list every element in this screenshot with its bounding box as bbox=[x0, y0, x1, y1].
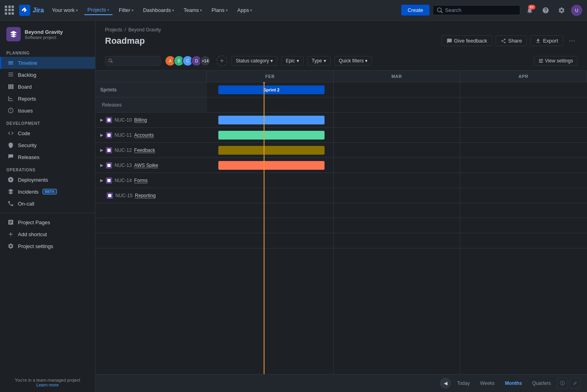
months-button[interactable]: Months bbox=[501, 378, 527, 388]
filter-menu[interactable]: Filter▾ bbox=[116, 6, 137, 15]
search-icon bbox=[437, 8, 443, 13]
empty-bar-row-3 bbox=[207, 233, 587, 248]
search-input[interactable] bbox=[115, 58, 157, 64]
issue-name-nuc10[interactable]: Billing bbox=[134, 117, 147, 123]
expand-nuc12[interactable]: ▶ bbox=[100, 148, 103, 152]
feedback-icon bbox=[447, 38, 452, 44]
app-switcher-icon[interactable] bbox=[5, 6, 14, 15]
task-bar-nuc13[interactable] bbox=[218, 161, 325, 170]
share-button[interactable]: Share bbox=[496, 35, 527, 46]
sidebar-item-label: Code bbox=[18, 130, 30, 136]
toolbar: A B C D +14 + Status category ▾ Epic ▾ T… bbox=[95, 51, 587, 71]
scroll-left-button[interactable]: ◀ bbox=[440, 378, 451, 389]
roadmap-search[interactable] bbox=[105, 56, 161, 66]
export-button[interactable]: Export bbox=[530, 35, 563, 46]
issue-name-nuc11[interactable]: Accounts bbox=[134, 132, 154, 138]
sidebar-item-security[interactable]: Security bbox=[0, 139, 95, 151]
expand-nuc11[interactable]: ▶ bbox=[100, 133, 103, 137]
issue-id-nuc14: NUC-14 bbox=[115, 178, 132, 183]
weeks-button[interactable]: Weeks bbox=[476, 378, 499, 388]
notifications-button[interactable]: 9+ bbox=[523, 4, 536, 17]
releases-label-cell: Releases bbox=[95, 97, 207, 113]
project-type: Software project bbox=[25, 35, 63, 40]
month-feb: FEB bbox=[207, 71, 334, 82]
sidebar-item-reports[interactable]: Reports bbox=[0, 93, 95, 105]
sprint-2-bar[interactable]: Sprint 2 bbox=[218, 85, 325, 94]
sidebar-item-timeline[interactable]: Timeline bbox=[0, 57, 95, 69]
planning-section-label: PLANNING bbox=[0, 46, 95, 57]
quick-filters[interactable]: Quick filters ▾ bbox=[334, 56, 372, 66]
info-button[interactable]: ⓘ bbox=[557, 378, 568, 389]
page-title-row: Roadmap Give feedback Share Export bbox=[105, 35, 577, 47]
breadcrumb-projects[interactable]: Projects bbox=[105, 27, 122, 33]
create-button[interactable]: Create bbox=[401, 5, 430, 16]
sidebar-item-board[interactable]: Board bbox=[0, 81, 95, 93]
plans-menu[interactable]: Plans▾ bbox=[208, 6, 231, 15]
fullscreen-button[interactable]: ⤢ bbox=[570, 378, 581, 389]
view-settings-button[interactable]: View settings bbox=[534, 56, 577, 66]
timeline-icon bbox=[8, 60, 14, 66]
task-bar-nuc12[interactable] bbox=[218, 146, 325, 155]
sidebar-item-backlog[interactable]: Backlog bbox=[0, 69, 95, 81]
more-options-button[interactable]: ⋯ bbox=[566, 35, 577, 47]
issue-name-nuc15[interactable]: Reporting bbox=[135, 193, 155, 198]
jira-logo-icon bbox=[19, 5, 30, 16]
reports-icon bbox=[8, 95, 14, 102]
quarters-button[interactable]: Quarters bbox=[528, 378, 555, 388]
breadcrumb: Projects / Beyond Gravity bbox=[105, 27, 577, 33]
projects-menu[interactable]: Projects▾ bbox=[84, 5, 113, 15]
apps-menu[interactable]: Apps▾ bbox=[234, 6, 256, 15]
bar-row-nuc11 bbox=[207, 128, 587, 143]
page-title: Roadmap bbox=[105, 36, 145, 46]
sidebar-item-deployments[interactable]: Deployments bbox=[0, 174, 95, 186]
issue-name-nuc12[interactable]: Feedback bbox=[134, 147, 155, 153]
project-name: Beyond Gravity bbox=[25, 29, 63, 35]
search-small-icon bbox=[109, 58, 113, 63]
task-bar-nuc10[interactable] bbox=[218, 116, 325, 124]
expand-nuc13[interactable]: ▶ bbox=[100, 163, 103, 167]
expand-nuc10[interactable]: ▶ bbox=[100, 118, 103, 122]
help-button[interactable] bbox=[539, 4, 552, 17]
type-filter[interactable]: Type ▾ bbox=[307, 56, 330, 66]
learn-more-link[interactable]: Learn more bbox=[36, 382, 58, 387]
sidebar-item-project-pages[interactable]: Project Pages bbox=[0, 216, 95, 228]
issue-icon-nuc13 bbox=[106, 162, 112, 169]
add-person-button[interactable]: + bbox=[216, 55, 227, 66]
teams-menu[interactable]: Teams▾ bbox=[181, 6, 205, 15]
dashboards-menu[interactable]: Dashboards▾ bbox=[140, 6, 177, 15]
give-feedback-button[interactable]: Give feedback bbox=[441, 35, 492, 46]
sidebar-item-issues[interactable]: Issues bbox=[0, 105, 95, 116]
main-content: Projects / Beyond Gravity Roadmap Give f… bbox=[95, 21, 587, 392]
task-bar-nuc11[interactable] bbox=[218, 131, 325, 140]
issue-name-nuc13[interactable]: AWS Spike bbox=[134, 163, 158, 168]
today-button[interactable]: Today bbox=[453, 378, 474, 388]
oncall-icon bbox=[8, 200, 14, 207]
issue-name-nuc14[interactable]: Forms bbox=[134, 178, 148, 183]
project-pages-icon bbox=[8, 219, 14, 225]
svg-rect-0 bbox=[8, 73, 13, 73]
page-header: Projects / Beyond Gravity Roadmap Give f… bbox=[95, 21, 587, 51]
svg-rect-10 bbox=[107, 134, 111, 137]
backlog-icon bbox=[8, 72, 14, 78]
svg-rect-14 bbox=[108, 194, 111, 197]
your-work-menu[interactable]: Your work▾ bbox=[49, 6, 81, 15]
svg-rect-13 bbox=[107, 179, 111, 182]
status-category-filter[interactable]: Status category ▾ bbox=[231, 56, 277, 66]
epic-filter[interactable]: Epic ▾ bbox=[281, 56, 303, 66]
sidebar-item-label: Releases bbox=[18, 154, 39, 160]
sidebar-item-code[interactable]: Code bbox=[0, 127, 95, 139]
releases-icon bbox=[8, 154, 14, 160]
expand-nuc14[interactable]: ▶ bbox=[100, 178, 103, 182]
user-avatar[interactable]: U bbox=[571, 5, 582, 16]
search-box[interactable]: Search bbox=[433, 5, 520, 15]
settings-button[interactable] bbox=[555, 4, 568, 17]
breadcrumb-project[interactable]: Beyond Gravity bbox=[128, 27, 161, 33]
sidebar-item-oncall[interactable]: On-call bbox=[0, 198, 95, 210]
sidebar-item-releases[interactable]: Releases bbox=[0, 151, 95, 163]
jira-logo-text: Jira bbox=[33, 7, 44, 14]
sidebar-item-project-settings[interactable]: Project settings bbox=[0, 240, 95, 252]
sidebar-divider bbox=[0, 213, 95, 213]
sidebar-item-add-shortcut[interactable]: Add shortcut bbox=[0, 228, 95, 240]
sidebar-item-incidents[interactable]: Incidents BETA bbox=[0, 186, 95, 198]
page-actions: Give feedback Share Export ⋯ bbox=[441, 35, 577, 47]
